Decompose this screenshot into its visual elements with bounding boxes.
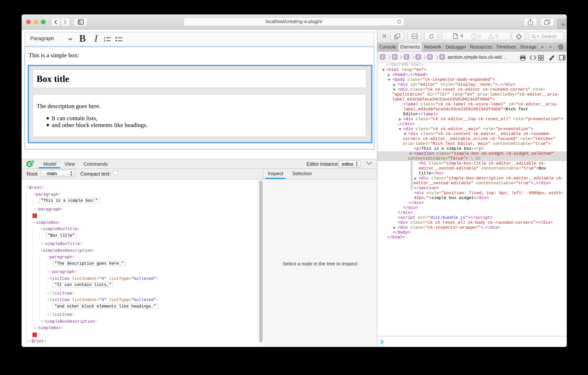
svg-text:5: 5 bbox=[32, 161, 33, 164]
svg-text:1: 1 bbox=[104, 36, 105, 39]
svg-text:2: 2 bbox=[104, 39, 105, 42]
svg-text:!: ! bbox=[473, 34, 474, 38]
